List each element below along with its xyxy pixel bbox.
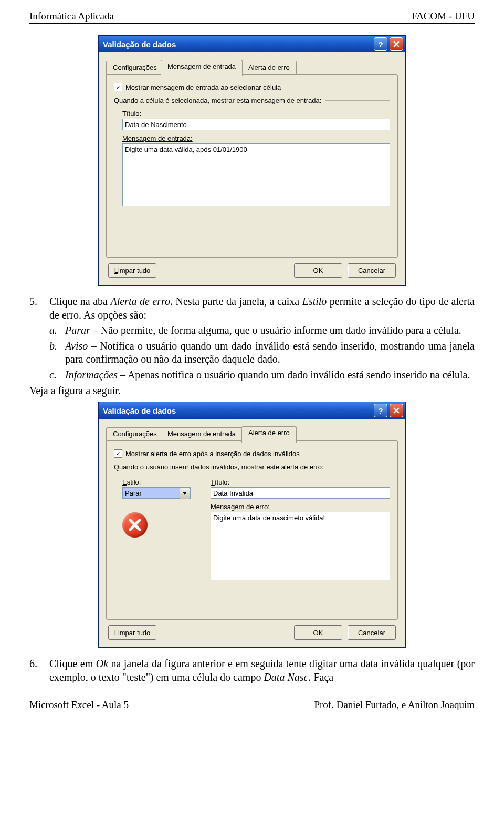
checkbox-label: Mostrar mensagem de entrada ao seleciona… (125, 83, 281, 91)
message-textarea[interactable] (122, 143, 390, 206)
style-dropdown[interactable] (122, 487, 191, 499)
page-footer: Microsoft Excel - Aula 5 Prof. Daniel Fu… (29, 698, 475, 712)
checkbox-label: Mostrar alerta de erro após a inserção d… (125, 450, 300, 458)
tab-error-alert[interactable]: Alerta de erro (242, 426, 297, 443)
show-error-alert-checkbox[interactable]: ✓ (114, 449, 122, 458)
cancel-button[interactable]: Cancelar (348, 625, 396, 640)
clear-all-button[interactable]: Limpar tudo (108, 625, 156, 640)
tabs: Configurações Mensagem de entrada Alerta… (106, 426, 398, 441)
divider (326, 100, 390, 101)
dialog-title: Validação de dados (103, 40, 176, 49)
header-left: Informática Aplicada (29, 10, 114, 22)
error-title-input[interactable] (211, 487, 390, 499)
ok-button[interactable]: OK (294, 263, 342, 278)
close-icon[interactable] (390, 37, 403, 51)
clear-all-button[interactable]: LLimpar tudoimpar tudo (108, 263, 156, 278)
titlebar[interactable]: Validação de dados ? (99, 36, 405, 52)
step-number: 6. (29, 657, 49, 686)
group-label: Quando a célula é selecionada, mostrar e… (114, 97, 321, 104)
tab-input-message[interactable]: Mensagem de entrada (161, 60, 243, 76)
stop-error-icon (122, 512, 148, 538)
cancel-button[interactable]: Cancelar (348, 263, 396, 278)
dialog-data-validation-error: Validação de dados ? Configurações Mensa… (98, 402, 406, 648)
titlebar[interactable]: Validação de dados ? (99, 402, 405, 419)
title-label: Título: (122, 110, 141, 118)
help-icon[interactable]: ? (374, 404, 387, 417)
footer-left: Microsoft Excel - Aula 5 (29, 699, 129, 711)
tab-panel: ✓ Mostrar mensagem de entrada ao selecio… (106, 74, 398, 258)
close-icon[interactable] (390, 404, 403, 417)
step-6: 6. Clique em Ok na janela da figura ante… (29, 657, 475, 686)
error-message-textarea[interactable] (211, 512, 390, 580)
step-5: 5. Clique na aba Alerta de erro. Nesta p… (29, 295, 475, 397)
page-header: Informática Aplicada FACOM - UFU (29, 10, 475, 24)
divider (328, 467, 390, 467)
title-input[interactable] (122, 119, 390, 130)
step-number: 5. (29, 295, 49, 324)
dialog-title: Validação de dados (103, 406, 176, 415)
error-message-label: M (211, 503, 216, 511)
show-input-msg-checkbox[interactable]: ✓ (114, 83, 122, 91)
chevron-down-icon[interactable] (180, 488, 190, 499)
header-right: FACOM - UFU (412, 10, 475, 22)
help-icon[interactable]: ? (374, 37, 387, 51)
tab-panel: ✓ Mostrar alerta de erro após a inserção… (106, 440, 398, 620)
footer-right: Prof. Daniel Furtado, e Anilton Joaquim (314, 699, 475, 711)
ok-button[interactable]: OK (294, 625, 342, 640)
message-label: Mensagem de entrada: (122, 134, 193, 142)
group-label: Quando o usuário inserir dados inválidos… (114, 463, 324, 471)
dialog-data-validation-input: Validação de dados ? Configurações Mensa… (98, 35, 406, 286)
tabs: Configurações Mensagem de entrada Alerta… (106, 60, 398, 75)
